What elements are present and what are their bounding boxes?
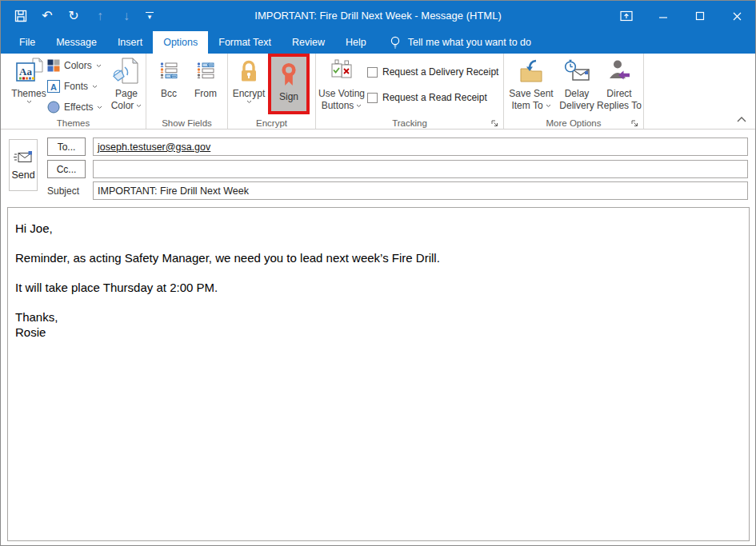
- read-receipt-checkbox[interactable]: [367, 93, 378, 103]
- chevron-down-icon: [246, 100, 252, 104]
- chevron-down-icon: [136, 104, 142, 108]
- fonts-label: Fonts: [64, 81, 88, 92]
- group-tracking: Use Voting Buttons Request a Delivery Re…: [316, 54, 504, 129]
- close-button[interactable]: [718, 1, 755, 31]
- body-paragraph: Reminder, as acting Safety Manager, we n…: [15, 250, 742, 265]
- delivery-receipt-label[interactable]: Request a Delivery Receipt: [382, 66, 498, 78]
- read-receipt-label[interactable]: Request a Read Receipt: [382, 92, 487, 103]
- fonts-icon: A: [47, 80, 60, 93]
- undo-icon[interactable]: ↶: [40, 9, 54, 23]
- direct-replies-to-button[interactable]: Direct Replies To: [597, 56, 642, 112]
- tab-format-text[interactable]: Format Text: [208, 31, 282, 54]
- customize-qat-icon[interactable]: ▾: [146, 12, 154, 20]
- tab-insert[interactable]: Insert: [107, 31, 153, 54]
- save-icon[interactable]: [14, 9, 28, 23]
- message-window: ↶ ↻ ↑ ↓ ▾ IMPORTANT: Fire Drill Next Wee…: [0, 0, 756, 546]
- from-label: From: [194, 88, 217, 100]
- subject-field[interactable]: IMPORTANT: Fire Drill Next Week: [93, 181, 748, 200]
- tell-me-label: Tell me what you want to do: [408, 37, 531, 48]
- colors-button[interactable]: Colors: [47, 55, 102, 76]
- cc-button[interactable]: Cc...: [47, 160, 86, 178]
- save-sent-item-to-button[interactable]: Save Sent Item To: [507, 56, 555, 112]
- move-down-icon: ↓: [119, 9, 134, 23]
- bcc-button[interactable]: Bcc: [153, 56, 185, 100]
- to-button[interactable]: To...: [47, 137, 86, 156]
- direct-replies-label-line1: Direct: [606, 88, 631, 100]
- group-more-options: Save Sent Item To Delay Delivery Direct …: [504, 54, 644, 129]
- body-paragraph: It will take place Thursday at 2:00 PM.: [15, 280, 742, 295]
- chevron-down-icon: [546, 104, 551, 108]
- page-color-label-line1: Page: [115, 88, 138, 100]
- request-read-receipt-row: Request a Read Receipt: [367, 92, 487, 103]
- collapse-ribbon-icon[interactable]: [736, 111, 747, 126]
- svg-text:Aa: Aa: [19, 66, 32, 78]
- group-label-encrypt: Encrypt: [228, 118, 315, 128]
- lightbulb-icon: [390, 35, 401, 50]
- themes-label: Themes: [11, 88, 46, 100]
- voting-icon: [329, 56, 354, 86]
- direct-replies-icon: [607, 56, 631, 86]
- group-show-fields: Bcc From Show Fields: [146, 54, 228, 129]
- delay-delivery-icon: [563, 56, 590, 86]
- message-body-editor[interactable]: Hi Joe, Reminder, as acting Safety Manag…: [7, 207, 750, 541]
- themes-button[interactable]: Aa Themes: [9, 56, 49, 104]
- encrypt-button[interactable]: Encrypt: [231, 56, 266, 104]
- ribbon-display-options-icon[interactable]: [608, 1, 645, 31]
- from-button[interactable]: From: [188, 56, 223, 100]
- tracking-dialog-launcher-icon[interactable]: [490, 117, 500, 126]
- send-button[interactable]: Send: [9, 139, 38, 191]
- tab-review[interactable]: Review: [282, 31, 335, 54]
- body-greeting: Hi Joe,: [15, 221, 742, 236]
- direct-replies-label-line2: Replies To: [597, 100, 642, 112]
- more-options-dialog-launcher-icon[interactable]: [630, 117, 640, 126]
- send-label: Send: [11, 169, 34, 181]
- page-color-icon: [113, 56, 140, 86]
- sign-button[interactable]: Sign: [268, 54, 310, 114]
- bcc-label: Bcc: [161, 88, 177, 100]
- to-recipient[interactable]: joseph.testuser@gsa.gov: [98, 141, 210, 153]
- group-label-tracking: Tracking: [316, 118, 503, 128]
- delay-delivery-label-line1: Delay: [565, 88, 590, 100]
- cc-field[interactable]: [93, 160, 748, 178]
- group-label-more-options: More Options: [504, 118, 643, 128]
- subject-label: Subject: [47, 182, 79, 201]
- delay-delivery-button[interactable]: Delay Delivery: [555, 56, 598, 112]
- ribbon-tab-row: File Message Insert Options Format Text …: [1, 31, 755, 54]
- maximize-button[interactable]: [682, 1, 718, 31]
- page-color-button[interactable]: Page Color: [108, 56, 145, 112]
- from-icon: [197, 56, 214, 86]
- tab-help[interactable]: Help: [335, 31, 377, 54]
- quick-access-toolbar: ↶ ↻ ↑ ↓ ▾: [14, 1, 154, 31]
- use-voting-buttons-button[interactable]: Use Voting Buttons: [318, 56, 366, 112]
- group-encrypt: Encrypt Sign Encrypt: [228, 54, 316, 129]
- compose-header: Send To... Cc... Subject joseph.testuser…: [1, 130, 755, 207]
- save-sent-label-line2: Item To: [511, 100, 542, 112]
- window-controls: [608, 1, 755, 31]
- minimize-button[interactable]: [645, 1, 682, 31]
- voting-label-line2: Buttons: [322, 100, 354, 112]
- to-field[interactable]: joseph.testuser@gsa.gov: [93, 137, 748, 156]
- themes-small-buttons: Colors A Fonts Effects: [47, 55, 102, 118]
- tab-file[interactable]: File: [9, 31, 46, 54]
- encrypt-label: Encrypt: [233, 88, 266, 100]
- effects-label: Effects: [64, 102, 93, 113]
- voting-label-line1: Use Voting: [318, 88, 365, 100]
- themes-icon: Aa: [14, 56, 44, 86]
- tab-message[interactable]: Message: [46, 31, 107, 54]
- fonts-button[interactable]: A Fonts: [47, 76, 102, 97]
- effects-icon: [47, 101, 60, 114]
- encrypt-lock-icon: [238, 56, 260, 86]
- colors-icon: [47, 59, 60, 72]
- body-signature: Rosie: [15, 325, 742, 340]
- request-delivery-receipt-row: Request a Delivery Receipt: [367, 66, 498, 78]
- delivery-receipt-checkbox[interactable]: [367, 67, 378, 78]
- tell-me-box[interactable]: Tell me what you want to do: [390, 31, 531, 54]
- tab-options[interactable]: Options: [153, 31, 208, 54]
- chevron-down-icon: [96, 64, 102, 68]
- save-sent-icon: [518, 56, 544, 86]
- colors-label: Colors: [64, 60, 92, 71]
- sign-label: Sign: [279, 91, 298, 102]
- delay-delivery-label-line2: Delivery: [559, 100, 594, 112]
- redo-icon[interactable]: ↻: [66, 9, 81, 23]
- effects-button[interactable]: Effects: [47, 97, 102, 118]
